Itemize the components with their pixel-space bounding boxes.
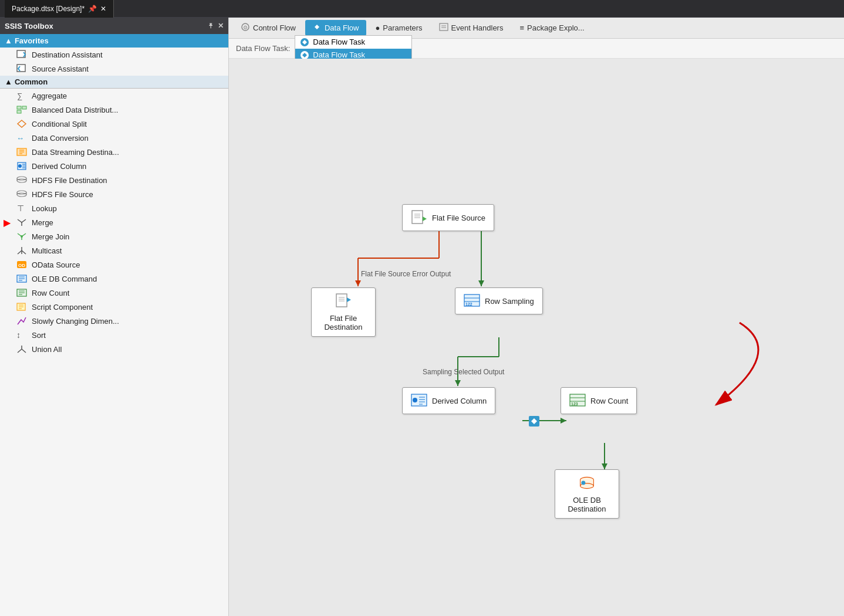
- toolbox-item-merge-join[interactable]: Merge Join: [0, 229, 228, 243]
- svg-point-89: [413, 398, 417, 402]
- toolbox-item-data-streaming[interactable]: Data Streaming Destina...: [0, 145, 228, 159]
- source-assistant-icon: [16, 64, 27, 73]
- dropdown-option-2-label: Data Flow Task: [313, 50, 365, 59]
- merge-join-icon: [16, 232, 27, 241]
- parameters-label: Parameters: [383, 23, 422, 32]
- merge-icon: [16, 218, 27, 227]
- favorites-collapse-icon[interactable]: ▲: [5, 36, 12, 45]
- package-tab[interactable]: Package.dtsx [Design]* 📌 ✕: [5, 0, 114, 18]
- flat-file-source-label: Flat File Source: [432, 214, 485, 222]
- design-canvas[interactable]: Flat File Source Error Output Sampling S…: [229, 59, 844, 616]
- hdfs-source-label: HDFS File Source: [32, 190, 93, 199]
- toolbox-item-conditional-split[interactable]: Conditional Split: [0, 117, 228, 131]
- pin-icon: 📌: [88, 5, 97, 13]
- svg-marker-6: [18, 120, 26, 127]
- destination-assistant-icon: [16, 50, 27, 59]
- control-flow-label: Control Flow: [253, 23, 296, 32]
- close-toolbox-icon[interactable]: ✕: [218, 22, 224, 30]
- svg-text:⊤: ⊤: [17, 204, 24, 213]
- svg-marker-70: [561, 418, 566, 424]
- svg-marker-78: [423, 216, 427, 221]
- toolbox-item-multicast[interactable]: Multicast: [0, 243, 228, 258]
- favorites-label: Favorites: [15, 36, 49, 45]
- tab-data-flow[interactable]: Data Flow: [305, 20, 366, 36]
- node-row-count[interactable]: 123 Row Count: [561, 387, 637, 414]
- ole-db-command-label: OLE DB Command: [32, 275, 97, 283]
- node-flat-file-source[interactable]: Flat File Source: [402, 204, 494, 231]
- svg-text:OD: OD: [18, 263, 25, 268]
- toolbox-item-destination-assistant[interactable]: Destination Assistant: [0, 48, 228, 62]
- node-derived-column[interactable]: Derived Column: [402, 387, 495, 414]
- svg-marker-64: [478, 280, 484, 286]
- union-all-label: Union All: [32, 345, 62, 354]
- svg-line-30: [18, 251, 22, 254]
- dropdown-option-1-label: Data Flow Task: [313, 38, 365, 46]
- row-sampling-label: Row Sampling: [485, 297, 534, 306]
- sort-icon: ↕: [16, 330, 27, 340]
- toolbox-item-odata-source[interactable]: OD OData Source: [0, 258, 228, 272]
- data-streaming-label: Data Streaming Destina...: [32, 148, 119, 157]
- label-error-output: Flat File Source Error Output: [361, 270, 451, 278]
- merge-label: Merge: [32, 218, 53, 227]
- svg-point-105: [581, 481, 585, 485]
- dataflow-dropdown[interactable]: Data Flow Task Data Flow Task: [295, 35, 412, 62]
- toolbox-item-script-component[interactable]: Script Component: [0, 300, 228, 314]
- node-row-sampling[interactable]: 122 Row Sampling: [455, 287, 543, 314]
- derived-column-node-icon: [411, 392, 427, 409]
- main-area: SSIS Toolbox 🖈 ✕ ▲ Favorites Destination…: [0, 18, 844, 616]
- multicast-icon: [16, 246, 27, 255]
- toolbox-item-row-count[interactable]: Row Count: [0, 286, 228, 300]
- event-handlers-icon: [439, 22, 448, 33]
- tab-parameters[interactable]: ● Parameters: [369, 21, 430, 35]
- svg-point-13: [18, 164, 22, 168]
- toolbox-item-merge[interactable]: ▶ Merge: [0, 215, 228, 229]
- event-handlers-label: Event Handlers: [451, 23, 504, 32]
- dataflow-bar: Data Flow Task: Data Flow Task Data Flow…: [229, 39, 844, 59]
- svg-point-28: [21, 235, 23, 238]
- tab-package-explorer[interactable]: ≡ Package Explo...: [512, 21, 591, 35]
- svg-point-22: [17, 193, 26, 197]
- derived-column-node-label: Derived Column: [432, 397, 487, 405]
- toolbox-item-ole-db-command[interactable]: OLE DB Command: [0, 272, 228, 286]
- toolbox-item-sort[interactable]: ↕ Sort: [0, 328, 228, 342]
- common-collapse-icon[interactable]: ▲: [5, 77, 12, 86]
- flat-file-dest-label: Flat FileDestination: [324, 314, 362, 331]
- tab-control-flow[interactable]: ⚙ Control Flow: [234, 20, 303, 36]
- hdfs-dest-icon: [16, 175, 27, 185]
- toolbox-item-balanced-data[interactable]: Balanced Data Distribut...: [0, 103, 228, 117]
- toolbox-item-hdfs-dest[interactable]: HDFS File Destination: [0, 173, 228, 187]
- row-count-node-label: Row Count: [590, 397, 628, 405]
- toolbox-item-lookup[interactable]: ⊤ Lookup: [0, 201, 228, 215]
- lookup-label: Lookup: [32, 204, 57, 213]
- label-sampling-output: Sampling Selected Output: [423, 368, 504, 376]
- toolbox-item-derived-column[interactable]: Derived Column: [0, 159, 228, 173]
- dropdown-option-1[interactable]: Data Flow Task: [295, 36, 411, 49]
- toolbox-item-data-conversion[interactable]: ↔ Data Conversion: [0, 131, 228, 145]
- toolbox-item-hdfs-source[interactable]: HDFS File Source: [0, 187, 228, 201]
- node-flat-file-dest[interactable]: Flat FileDestination: [311, 287, 376, 337]
- derived-column-label: Derived Column: [32, 162, 86, 171]
- conditional-split-icon: [16, 119, 27, 128]
- data-flow-label: Data Flow: [325, 23, 359, 32]
- pin-toolbox-icon[interactable]: 🖈: [207, 22, 214, 30]
- toolbox-item-slowly-changing[interactable]: Slowly Changing Dimen...: [0, 314, 228, 328]
- merge-join-label: Merge Join: [32, 232, 69, 241]
- flat-file-dest-icon: [335, 293, 352, 309]
- toolbox-item-aggregate[interactable]: ∑ Aggregate: [0, 89, 228, 103]
- tab-close-icon[interactable]: ✕: [100, 5, 106, 13]
- svg-marker-68: [455, 380, 461, 386]
- row-count-node-icon: 123: [569, 392, 586, 409]
- svg-rect-74: [412, 211, 423, 224]
- merge-arrow-indicator: ▶: [4, 217, 11, 228]
- svg-text:↔: ↔: [16, 134, 24, 143]
- tab-event-handlers[interactable]: Event Handlers: [432, 20, 511, 36]
- dataflow-task-label: Data Flow Task:: [236, 44, 290, 53]
- toolbox-item-union-all[interactable]: Union All: [0, 342, 228, 356]
- svg-line-32: [22, 251, 26, 254]
- data-conversion-label: Data Conversion: [32, 134, 89, 143]
- slowly-changing-label: Slowly Changing Dimen...: [32, 317, 119, 326]
- node-ole-db-dest[interactable]: OLE DBDestination: [555, 469, 619, 519]
- script-component-label: Script Component: [32, 303, 93, 312]
- toolbox-item-source-assistant[interactable]: Source Assistant: [0, 62, 228, 76]
- favorites-section-header: ▲ Favorites: [0, 34, 228, 48]
